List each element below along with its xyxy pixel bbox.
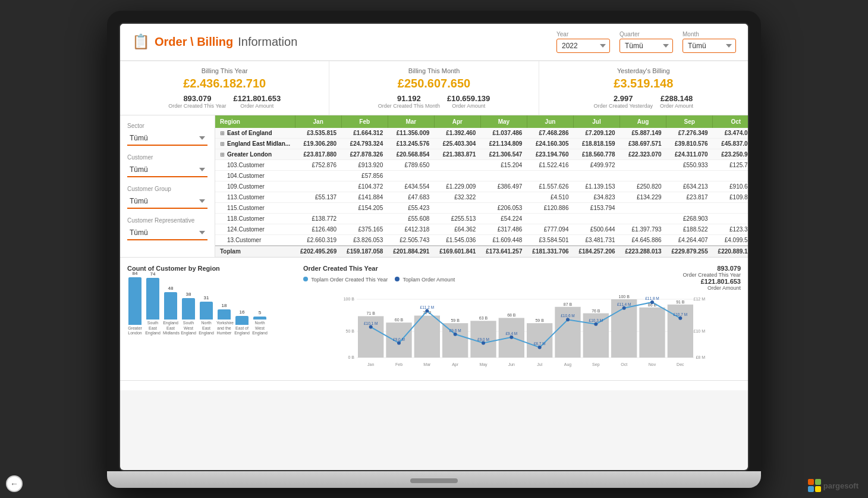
bar-xlabel: EnglandEastMidlands — [163, 321, 178, 336]
sector-select[interactable]: Tümü — [127, 131, 207, 146]
table-cell-value: £13.245.576 — [388, 138, 434, 149]
quarter-select[interactable]: Tümü — [619, 39, 673, 53]
bar-group: 31 NorthEastEngland — [199, 295, 214, 336]
bar-value: 84 — [133, 271, 138, 276]
line-chart-stats: 893.079 Order Created This Year £121.801… — [683, 265, 741, 291]
legend-amount: Toplam Order Amount — [395, 277, 455, 283]
table-cell-value: £789.650 — [388, 159, 434, 170]
col-jun: Jun — [527, 115, 573, 128]
table-cell-value: £24.311.070 — [666, 149, 713, 159]
customer-group-select[interactable]: Tümü — [127, 195, 207, 209]
header-filters: Year 2022 Quarter Tümü Month — [556, 31, 736, 53]
table-cell-value — [388, 170, 434, 181]
table-cell-value — [666, 170, 713, 181]
table-cell-label: 115.Customer — [215, 202, 295, 213]
line-chart-legend: Toplam Order Created This Year Toplam Or… — [303, 277, 455, 283]
kpi-year-detail2: £121.801.653 Order Amount — [234, 94, 281, 109]
table-cell-label: ⊞England East Midlan... — [215, 138, 295, 149]
bar-group: 18 Yorkshireand theHumber — [216, 303, 232, 336]
table-cell-value: £4.645.886 — [620, 234, 666, 246]
bar-xlabel: Yorkshireand theHumber — [216, 321, 232, 336]
year-select[interactable]: 2022 — [556, 39, 610, 53]
kpi-yesterday-value: £3.519.148 — [549, 77, 738, 90]
bar-label: 60 B — [395, 318, 404, 322]
line-point — [678, 316, 682, 320]
bar-xlabel: SouthWestEngland — [181, 321, 196, 336]
kpi-year-amount: £121.801.653 — [234, 94, 281, 103]
data-table: Region Jan Feb Mar Apr May Jun Jul Aug — [215, 115, 748, 257]
table-row: 124.Customer£126.480£375.165£412.318£64.… — [215, 224, 748, 234]
customer-select[interactable]: Tümü — [127, 163, 207, 177]
rep-group: Customer Representative Tümü — [127, 217, 207, 240]
bar-label: 63 B — [479, 316, 488, 320]
table-cell-value: £386.497 — [480, 181, 527, 192]
table-cell-value: £39.810.576 — [666, 138, 713, 149]
table-cell-value: £138.772 — [295, 213, 341, 224]
svg-text:£10 M: £10 M — [694, 329, 706, 333]
table-cell-value: £3.584.501 — [527, 234, 573, 246]
dashboard: 📋 Order \ Billing Information Year 2022 … — [120, 24, 748, 470]
line-value-label: £11,4 M — [617, 302, 631, 306]
bar-label: 76 B — [592, 308, 600, 312]
legend-orders-dot — [303, 277, 308, 281]
bar-rect — [200, 302, 213, 320]
bar-chart: 84 GreaterLondon 74 SouthEastEngland 48 … — [127, 277, 294, 336]
table-cell-value: £181.331.706 — [527, 246, 573, 257]
bar-value: 38 — [186, 292, 191, 297]
kpi-month-title: Billing This Month — [339, 67, 529, 74]
expand-icon[interactable]: ⊞ — [220, 130, 225, 136]
line-chart-title: Order Created This Year — [303, 265, 455, 272]
laptop-screen: 📋 Order \ Billing Information Year 2022 … — [119, 23, 749, 471]
month-select[interactable]: Tümü — [683, 39, 736, 53]
table-cell-value: £1.037.486 — [480, 128, 527, 139]
bar-xlabel: SouthEastEngland — [145, 321, 161, 336]
rep-select[interactable]: Tümü — [127, 226, 207, 240]
bar-value: 18 — [222, 303, 227, 308]
kpi-year-detail1: 893.079 Order Created This Year — [168, 94, 226, 109]
expand-icon[interactable]: ⊞ — [220, 141, 225, 147]
header-info-text: Information — [238, 35, 297, 49]
kpi-year-title: Billing This Year — [130, 67, 319, 74]
table-cell-value: £55.608 — [388, 213, 434, 224]
table-cell-value: £201.884.291 — [388, 246, 434, 257]
table-cell-value: £223.288.013 — [620, 246, 666, 257]
table-cell-label: 109.Customer — [215, 181, 295, 192]
kpi-row: Billing This Year £2.436.182.710 893.079… — [120, 61, 748, 115]
bar-label: 68 B — [507, 313, 516, 317]
stat2: £121.801.653 Order Amount — [683, 278, 741, 291]
table-cell-value: £910.673 — [713, 181, 748, 192]
table-cell-value: £18.818.159 — [574, 138, 620, 149]
line-value-label: £10,1 M — [364, 321, 378, 325]
table-row: 113.Customer£55.137£141.884£47.683£32.32… — [215, 192, 748, 202]
table-cell-value: £634.213 — [666, 181, 713, 192]
table-cell-value: £206.053 — [480, 202, 527, 213]
col-feb: Feb — [341, 115, 388, 128]
table-cell-value: £169.601.841 — [434, 246, 480, 257]
document-icon: 📋 — [132, 33, 150, 50]
table-row: 13.Customer£2.660.319£3.826.053£2.505.74… — [215, 234, 748, 246]
kpi-month-orders-label: Order Created This Month — [378, 103, 440, 109]
table-cell-value — [527, 213, 573, 224]
table-cell-value — [295, 181, 341, 192]
table-cell-value: £154.205 — [341, 202, 388, 213]
month-label: Nov — [649, 362, 656, 367]
table-container[interactable]: Region Jan Feb Mar Apr May Jun Jul Aug — [215, 115, 748, 257]
customer-group-group: Customer Group Tümü — [127, 186, 207, 209]
table-cell-value: £125.702 — [713, 159, 748, 170]
table-cell-value: £7.209.120 — [574, 128, 620, 139]
kpi-yesterday-orders-label: Order Created Yesterday — [594, 103, 653, 109]
laptop-frame: 📋 Order \ Billing Information Year 2022 … — [107, 11, 761, 488]
line-chart-svg: 100 B 50 B 0 B £12 M £10 M £8 M — [303, 293, 741, 371]
line-value-label: £10,3 M — [589, 318, 603, 322]
expand-icon[interactable]: ⊞ — [220, 152, 225, 158]
kpi-billing-yesterday: Yesterday's Billing £3.519.148 2.997 Ord… — [539, 61, 748, 115]
table-cell-value: £268.903 — [666, 213, 713, 224]
customer-group: Customer Tümü — [127, 154, 207, 177]
kpi-billing-year: Billing This Year £2.436.182.710 893.079… — [120, 61, 329, 115]
kpi-month-orders: 91.192 — [378, 94, 440, 103]
chart-bar — [527, 323, 552, 358]
table-cell-value: £7.468.286 — [527, 128, 573, 139]
table-cell-value: £913.920 — [341, 159, 388, 170]
table-cell-value: £104.372 — [341, 181, 388, 192]
table-cell-value: £3.474.053 — [713, 128, 748, 139]
